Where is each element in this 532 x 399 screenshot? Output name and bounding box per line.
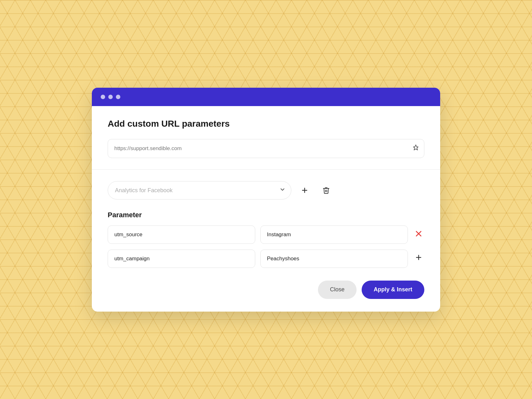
traffic-light-3 [116, 95, 120, 99]
modal-body: Add custom URL parameters Analytics for … [92, 106, 440, 312]
preset-select[interactable]: Analytics for Facebook Analytics for Twi… [108, 181, 291, 200]
param-row [108, 250, 424, 268]
pin-icon[interactable] [412, 144, 419, 153]
modal-header [92, 88, 440, 106]
param-key-input-1[interactable] [108, 225, 255, 244]
add-preset-button[interactable] [296, 182, 313, 199]
modal-dialog: Add custom URL parameters Analytics for … [92, 88, 440, 312]
apply-insert-button[interactable]: Apply & Insert [362, 281, 424, 299]
param-value-input-1[interactable] [260, 225, 408, 244]
preset-row: Analytics for Facebook Analytics for Twi… [108, 181, 424, 200]
url-input-row [108, 139, 424, 158]
param-row [108, 225, 424, 244]
close-button[interactable]: Close [318, 281, 357, 299]
add-param-button[interactable] [413, 254, 424, 263]
url-input[interactable] [108, 139, 424, 158]
modal-footer: Close Apply & Insert [108, 281, 424, 299]
traffic-light-1 [101, 95, 105, 99]
section-divider [92, 169, 440, 170]
param-key-input-2[interactable] [108, 250, 255, 268]
modal-title: Add custom URL parameters [108, 119, 424, 129]
url-input-wrapper [108, 139, 424, 158]
remove-param-button-1[interactable] [413, 230, 424, 239]
delete-preset-button[interactable] [318, 182, 334, 199]
preset-select-wrapper: Analytics for Facebook Analytics for Twi… [108, 181, 291, 200]
parameter-section-label: Parameter [108, 211, 424, 219]
param-rows [108, 225, 424, 268]
param-value-input-2[interactable] [260, 250, 408, 268]
traffic-light-2 [108, 95, 113, 99]
